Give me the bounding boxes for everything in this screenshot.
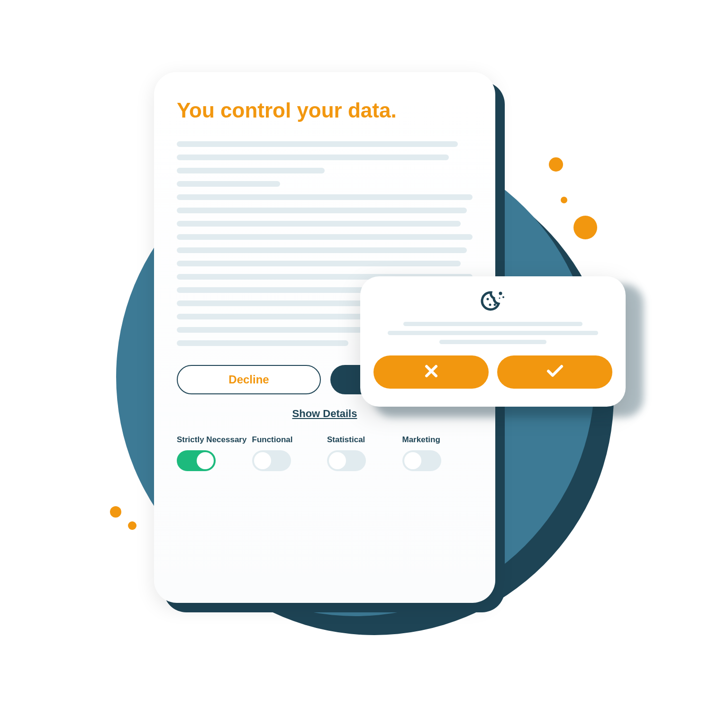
toggle-switch-functional[interactable] xyxy=(252,450,291,471)
svg-point-2 xyxy=(494,304,496,306)
placeholder-line xyxy=(388,331,598,335)
decorative-dot xyxy=(561,197,567,203)
toggle-switch-strictly-necessary[interactable] xyxy=(177,450,216,471)
toggle-functional: Functional xyxy=(252,435,323,471)
toggle-marketing: Marketing xyxy=(402,435,473,471)
toggle-strictly-necessary: Strictly Necessary xyxy=(177,435,247,471)
svg-point-0 xyxy=(487,298,489,300)
decline-button[interactable]: Decline xyxy=(177,365,321,394)
toggle-switch-statistical[interactable] xyxy=(327,450,366,471)
toggle-knob xyxy=(254,452,271,469)
svg-point-3 xyxy=(499,292,502,295)
toggle-row: Strictly Necessary Functional Statistica… xyxy=(177,435,473,471)
mini-accept-button[interactable] xyxy=(497,355,612,389)
placeholder-line xyxy=(177,340,348,346)
toggle-knob xyxy=(197,452,214,469)
close-icon xyxy=(423,363,440,382)
placeholder-line xyxy=(177,221,461,227)
placeholder-line xyxy=(177,194,473,200)
decorative-dot xyxy=(549,157,563,172)
placeholder-line xyxy=(177,234,473,240)
toggle-label: Strictly Necessary xyxy=(177,435,246,445)
svg-point-5 xyxy=(499,298,500,299)
mini-body-placeholder xyxy=(373,322,612,344)
placeholder-line xyxy=(439,340,547,344)
toggle-label: Marketing xyxy=(402,435,440,445)
placeholder-line xyxy=(177,155,449,160)
svg-point-4 xyxy=(502,296,504,298)
check-icon xyxy=(546,363,564,382)
toggle-label: Functional xyxy=(252,435,293,445)
placeholder-line xyxy=(177,247,467,253)
placeholder-line xyxy=(403,322,582,326)
toggle-knob xyxy=(329,452,346,469)
placeholder-line xyxy=(177,208,467,213)
placeholder-line xyxy=(177,261,461,266)
cookie-icon xyxy=(373,290,612,312)
toggle-label: Statistical xyxy=(327,435,365,445)
svg-point-1 xyxy=(489,304,491,306)
decorative-dot xyxy=(110,506,121,518)
decorative-dot xyxy=(573,216,597,239)
mini-button-row xyxy=(373,355,612,389)
mini-decline-button[interactable] xyxy=(373,355,489,389)
placeholder-line xyxy=(177,181,280,187)
placeholder-line xyxy=(177,141,458,147)
decorative-dot xyxy=(128,521,136,530)
toggle-knob xyxy=(404,452,421,469)
consent-title: You control your data. xyxy=(177,99,473,122)
mini-consent-card xyxy=(360,276,626,407)
toggle-switch-marketing[interactable] xyxy=(402,450,441,471)
placeholder-line xyxy=(177,168,325,173)
toggle-statistical: Statistical xyxy=(327,435,398,471)
